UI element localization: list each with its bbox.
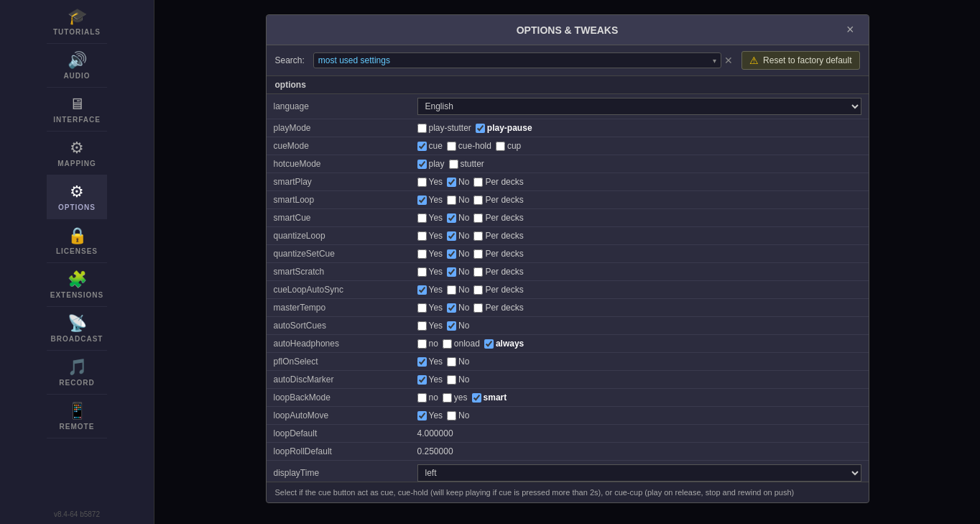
- sidebar-item-extensions[interactable]: 🧩 EXTENSIONS: [47, 263, 107, 307]
- sidebar-item-audio[interactable]: 🔊 AUDIO: [47, 44, 107, 88]
- checkbox-item-playMode-0: play-stutter: [417, 123, 471, 133]
- option-name-loopBackMode: loopBackMode: [267, 389, 410, 407]
- checkbox-quantizeLoop-0[interactable]: [417, 231, 427, 241]
- checkbox-item-smartCue-0: Yes: [417, 213, 443, 223]
- checkbox-item-autoSortCues-0: Yes: [417, 321, 443, 331]
- checkbox-hotcueMode-1[interactable]: [449, 160, 458, 169]
- modal-close-button[interactable]: ×: [843, 22, 857, 37]
- checkbox-smartPlay-0[interactable]: [417, 178, 427, 187]
- checkbox-quantizeLoop-2[interactable]: [473, 231, 483, 241]
- option-value-smartCue: YesNoPer decks: [410, 209, 869, 227]
- reset-factory-button[interactable]: ⚠ Reset to factory default: [741, 51, 859, 70]
- text-value-loopDefault: 4.000000: [417, 428, 453, 438]
- checkbox-playMode-1[interactable]: [476, 124, 485, 133]
- sidebar-item-record[interactable]: 🎵 RECORD: [47, 351, 107, 395]
- checkbox-item-quantizeLoop-1: No: [447, 231, 469, 241]
- audio-icon: 🔊: [68, 51, 87, 70]
- checkbox-item-quantizeLoop-2: Per decks: [473, 231, 523, 241]
- checkbox-cueLoopAutoSync-2[interactable]: [473, 285, 483, 295]
- search-input[interactable]: [318, 55, 713, 65]
- sidebar-item-tutorials[interactable]: 🎓 TUTORIALS: [47, 0, 107, 44]
- checkbox-autoDiscMarker-1[interactable]: [447, 375, 456, 385]
- option-name-smartLoop: smartLoop: [267, 191, 410, 209]
- checkbox-label-autoHeadphones-0: no: [429, 339, 438, 349]
- checkbox-smartCue-2[interactable]: [473, 213, 483, 223]
- checkbox-quantizeLoop-1[interactable]: [447, 231, 456, 241]
- checkbox-label-cueMode-2: cup: [507, 141, 521, 151]
- checkbox-quantizeSetCue-1[interactable]: [447, 249, 456, 259]
- control-loopAutoMove: YesNo: [417, 410, 861, 420]
- checkbox-hotcueMode-0[interactable]: [417, 160, 427, 169]
- checkbox-smartCue-0[interactable]: [417, 213, 427, 223]
- checkbox-autoHeadphones-1[interactable]: [443, 339, 452, 349]
- checkbox-smartScratch-2[interactable]: [473, 267, 483, 277]
- sidebar-label-licenses: LICENSES: [56, 247, 98, 255]
- checkbox-pflOnSelect-1[interactable]: [447, 357, 456, 367]
- checkbox-autoSortCues-0[interactable]: [417, 321, 427, 331]
- checkbox-loopBackMode-1[interactable]: [443, 393, 452, 403]
- search-input-wrapper: ▾: [313, 52, 721, 68]
- sidebar-item-interface[interactable]: 🖥 INTERFACE: [47, 88, 107, 132]
- option-value-language: English: [410, 94, 869, 119]
- checkbox-label-smartPlay-2: Per decks: [485, 177, 523, 187]
- option-value-loopBackMode: noyessmart: [410, 389, 869, 407]
- option-value-displayTime: left: [410, 461, 869, 482]
- checkbox-smartLoop-1[interactable]: [447, 196, 456, 205]
- control-smartScratch: YesNoPer decks: [417, 267, 861, 277]
- checkbox-autoHeadphones-0[interactable]: [417, 339, 427, 349]
- table-row: loopRollDefault0.250000: [267, 443, 869, 461]
- checkbox-pflOnSelect-0[interactable]: [417, 357, 427, 367]
- checkbox-label-masterTempo-0: Yes: [429, 303, 443, 313]
- checkbox-cueMode-1[interactable]: [447, 142, 456, 151]
- checkbox-loopAutoMove-1[interactable]: [447, 411, 456, 420]
- option-value-playMode: play-stutterplay-pause: [410, 119, 869, 137]
- checkbox-quantizeSetCue-0[interactable]: [417, 249, 427, 259]
- checkbox-loopBackMode-0[interactable]: [417, 393, 427, 403]
- table-row: autoDiscMarkerYesNo: [267, 371, 869, 389]
- sidebar-label-remote: REMOTE: [60, 423, 95, 431]
- sidebar-item-options[interactable]: ⚙ OPTIONS: [47, 175, 107, 219]
- checkbox-cueMode-0[interactable]: [417, 142, 427, 151]
- checkbox-cueLoopAutoSync-1[interactable]: [447, 285, 456, 295]
- checkbox-label-loopAutoMove-1: No: [458, 410, 469, 420]
- checkbox-loopBackMode-2[interactable]: [472, 393, 481, 403]
- checkbox-masterTempo-1[interactable]: [447, 303, 456, 313]
- checkbox-smartScratch-0[interactable]: [417, 267, 427, 277]
- checkbox-autoDiscMarker-0[interactable]: [417, 375, 427, 385]
- sidebar-item-mapping[interactable]: ⚙ MAPPING: [47, 132, 107, 175]
- checkbox-label-smartLoop-0: Yes: [429, 195, 443, 205]
- sidebar-label-options: OPTIONS: [58, 203, 96, 211]
- checkbox-loopAutoMove-0[interactable]: [417, 411, 427, 420]
- option-value-autoHeadphones: noonloadalways: [410, 335, 869, 353]
- search-clear-button[interactable]: ✕: [724, 55, 733, 66]
- checkbox-item-cueLoopAutoSync-1: No: [447, 285, 469, 295]
- checkbox-quantizeSetCue-2[interactable]: [473, 249, 483, 259]
- checkbox-masterTempo-0[interactable]: [417, 303, 427, 313]
- sidebar-item-remote[interactable]: 📱 REMOTE: [47, 395, 107, 438]
- checkbox-smartPlay-2[interactable]: [473, 178, 483, 187]
- search-dropdown-arrow-icon[interactable]: ▾: [713, 57, 716, 65]
- checkbox-cueMode-2[interactable]: [496, 142, 505, 151]
- sidebar-item-licenses[interactable]: 🔒 LICENSES: [47, 219, 107, 263]
- checkbox-label-smartLoop-2: Per decks: [485, 195, 523, 205]
- checkbox-masterTempo-2[interactable]: [473, 303, 483, 313]
- licenses-icon: 🔒: [68, 226, 87, 245]
- checkbox-item-quantizeSetCue-1: No: [447, 249, 469, 259]
- checkbox-smartLoop-0[interactable]: [417, 196, 427, 205]
- checkbox-item-smartCue-1: No: [447, 213, 469, 223]
- checkbox-smartLoop-2[interactable]: [473, 196, 483, 205]
- checkbox-cueLoopAutoSync-0[interactable]: [417, 285, 427, 295]
- checkbox-smartPlay-1[interactable]: [447, 178, 456, 187]
- select-displayTime[interactable]: left: [417, 464, 861, 482]
- checkbox-item-loopBackMode-1: yes: [443, 392, 468, 403]
- checkbox-item-smartLoop-2: Per decks: [473, 195, 523, 205]
- checkbox-smartCue-1[interactable]: [447, 213, 456, 223]
- checkbox-autoHeadphones-2[interactable]: [484, 339, 494, 349]
- select-language[interactable]: English: [417, 98, 861, 115]
- checkbox-playMode-0[interactable]: [417, 124, 427, 133]
- sidebar-item-broadcast[interactable]: 📡 BROADCAST: [47, 307, 107, 351]
- checkbox-autoSortCues-1[interactable]: [447, 321, 456, 331]
- checkbox-smartScratch-1[interactable]: [447, 267, 456, 277]
- sidebar-label-audio: AUDIO: [63, 72, 90, 80]
- checkbox-label-loopAutoMove-0: Yes: [429, 410, 443, 420]
